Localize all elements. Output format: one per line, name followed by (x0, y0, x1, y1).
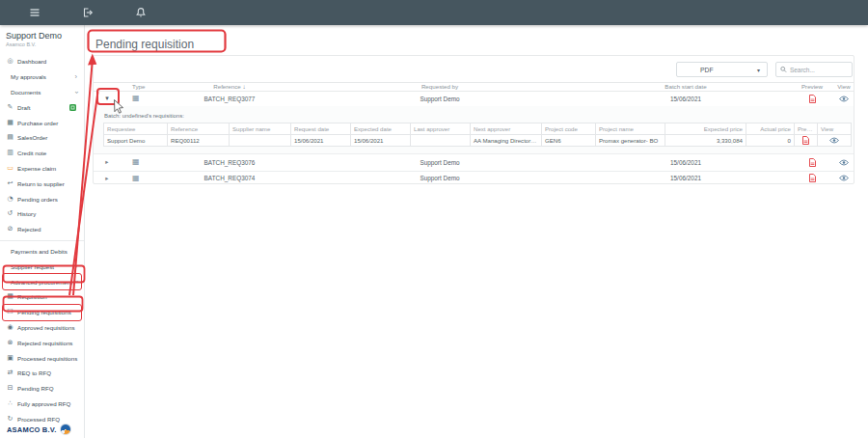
sidebar-item-supplier-request[interactable]: Supplier request› (0, 259, 84, 274)
batch-type-icon: ▦ (132, 157, 140, 166)
view-header: View (818, 123, 852, 134)
sidebar-item-label: Fully approved RFQ (17, 400, 70, 407)
notifications-bell-icon[interactable] (134, 6, 148, 19)
sidebar-item-payments-and-debits[interactable]: Payments and Debits› (0, 244, 84, 260)
table-toolbar: PDF ▾ (94, 56, 854, 82)
draft-icon: ✎ (6, 104, 14, 111)
sort-descending-icon: ↓ (243, 83, 246, 90)
expand-row-icon[interactable]: ▸ (105, 158, 108, 165)
batch-type-icon: ▦ (132, 174, 140, 182)
table-row[interactable]: ▸ ▦ BATCH_REQ3076 Support Demo 15/06/202… (94, 154, 854, 171)
view-eye-icon[interactable] (839, 175, 849, 181)
sidebar-item-requisition[interactable]: ▦Requisition (0, 289, 84, 305)
search-input[interactable] (790, 67, 848, 73)
view-eye-icon[interactable] (839, 159, 849, 166)
sidebar-item-label: Processed requisitions (17, 355, 77, 362)
export-format-select[interactable]: PDF ▾ (676, 62, 768, 77)
sidebar-item-rejected-requisitions[interactable]: ⊗Rejected requisitions (0, 335, 84, 350)
sidebar-item-req-to-rfq[interactable]: ⇄REQ to RFQ (0, 366, 84, 381)
pending-orders-icon: ◔ (6, 196, 14, 203)
sidebar-item-label: Draft (17, 104, 30, 111)
view-eye-icon[interactable] (829, 137, 839, 144)
sidebar-item-label: Expense claim (17, 165, 56, 172)
batch-requisitions-table: Requestee Reference Supplier name Reques… (103, 123, 852, 147)
project-name-header: Project name (596, 123, 665, 134)
pdf-preview-icon[interactable] (802, 136, 809, 145)
chevron-down-icon: ▾ (757, 67, 760, 73)
sidebar-item-credit-note[interactable]: ▥Credit note (0, 146, 84, 161)
app-name: Support Demo (6, 31, 84, 41)
sidebar-item-label: History (17, 210, 36, 217)
table-row[interactable]: ▸ ▦ BATCH_REQ3074 Support Demo 15/06/202… (94, 171, 854, 185)
sidebar-item-my-approvals[interactable]: My approvals› (0, 69, 84, 85)
history-icon: ↺ (6, 210, 14, 217)
sidebar: Support Demo Asamco B.V. ◎DashboardMy ap… (0, 25, 85, 438)
sidebar-item-label: Pending orders (17, 196, 58, 203)
main-content: Pending requisition PDF ▾ Type Reference… (86, 25, 868, 438)
search-box (775, 62, 853, 77)
logout-icon[interactable] (81, 6, 95, 19)
sidebar-item-history[interactable]: ↺History (0, 206, 84, 222)
chevron-right-icon: › (75, 73, 78, 81)
subtable-header-row: Requestee Reference Supplier name Reques… (104, 123, 852, 134)
sidebar-menu: ◎DashboardMy approvals›Documents›✎Draft▦… (0, 54, 84, 426)
batch-start-date-column-header[interactable]: Batch start date (580, 83, 792, 90)
expand-row-icon[interactable]: ▸ (105, 175, 108, 181)
processed-requisitions-icon: ▣ (6, 355, 14, 362)
preview-column-header: Preview (792, 83, 832, 90)
next-approver-header: Next approver (471, 123, 542, 134)
sidebar-item-purchase-order[interactable]: ▦Purchase order (0, 115, 84, 130)
sidebar-item-rejected[interactable]: ⊘Rejected (0, 222, 84, 237)
requested-by-cell: Support Demo (300, 96, 580, 102)
view-column-header: View (832, 83, 855, 90)
return-to-supplier-icon: ↩ (6, 180, 14, 187)
sidebar-item-label: Processed RFQ (17, 416, 60, 423)
pdf-preview-icon[interactable] (809, 174, 816, 182)
next-approver-cell: AA Managing Director-EPO (471, 134, 542, 146)
pdf-preview-icon[interactable] (809, 158, 816, 167)
draft-status-badge (69, 104, 76, 111)
sidebar-item-advanced-procurement[interactable]: Advanced procurement› (0, 274, 84, 289)
sidebar-item-return-to-supplier[interactable]: ↩Return to supplier (0, 176, 84, 191)
sidebar-item-documents[interactable]: Documents› (0, 85, 84, 100)
reference-header: Reference (168, 123, 230, 134)
pending-requisition-card: PDF ▾ Type Reference ↓ Requested by Batc… (93, 55, 854, 184)
view-eye-icon[interactable] (839, 96, 849, 102)
sidebar-item-pending-orders[interactable]: ◔Pending orders (0, 191, 84, 206)
top-app-bar (0, 0, 868, 25)
type-column-header[interactable]: Type (121, 83, 159, 90)
expanded-batch-panel: Batch: undefined's requisitions: Request… (94, 106, 854, 154)
page-title: Pending requisition (95, 38, 194, 51)
requested-by-column-header[interactable]: Requested by (300, 83, 580, 90)
table-row[interactable]: ▾ ▦ BATCH_REQ3077 Support Demo 15/06/202… (94, 92, 854, 106)
req-to-rfq-icon: ⇄ (6, 370, 14, 376)
batch-start-date-cell: 15/06/2021 (580, 96, 792, 102)
sidebar-item-label: Dashboard (17, 58, 46, 65)
dashboard-icon: ◎ (6, 58, 14, 65)
sidebar-item-draft[interactable]: ✎Draft (0, 99, 84, 115)
sidebar-item-approved-requisitions[interactable]: ◉Approved requisitions (0, 320, 84, 336)
expected-date-header: Expected date (351, 123, 411, 134)
supplier-name-cell (230, 134, 291, 146)
reference-column-header[interactable]: Reference ↓ (159, 83, 300, 90)
processed-rfq-icon: ↻ (6, 416, 14, 423)
sidebar-footer: ASAMCO B.V. (7, 424, 71, 435)
reference-cell: BATCH_REQ3074 (159, 175, 300, 181)
preview-header: Previ... (795, 123, 818, 134)
request-date-header: Request date (291, 123, 351, 134)
chevron-right-icon: › (75, 248, 78, 256)
sidebar-item-processed-requisitions[interactable]: ▣Processed requisitions (0, 350, 84, 366)
sidebar-item-pending-rfq[interactable]: ⊟Pending RFQ (0, 381, 84, 397)
sidebar-item-dashboard[interactable]: ◎Dashboard (0, 54, 84, 69)
project-name-cell: Promax generator- BO (596, 134, 665, 146)
collapse-row-icon[interactable]: ▾ (105, 95, 109, 101)
sidebar-item-salesorder[interactable]: ▤SalesOrder (0, 130, 84, 146)
subtable-row[interactable]: Support Demo REQ00112 15/06/2021 15/06/2… (104, 134, 852, 146)
pdf-preview-icon[interactable] (809, 95, 816, 103)
batch-start-date-cell: 15/06/2021 (580, 159, 792, 166)
requested-by-cell: Support Demo (300, 175, 580, 181)
sidebar-item-fully-approved-rfq[interactable]: ∴Fully approved RFQ (0, 397, 84, 412)
sidebar-item-expense-claim[interactable]: ▭Expense claim (0, 161, 84, 177)
sidebar-item-pending-requisitions[interactable]: ☐Pending requisitions (0, 305, 84, 320)
menu-icon[interactable] (28, 6, 41, 19)
